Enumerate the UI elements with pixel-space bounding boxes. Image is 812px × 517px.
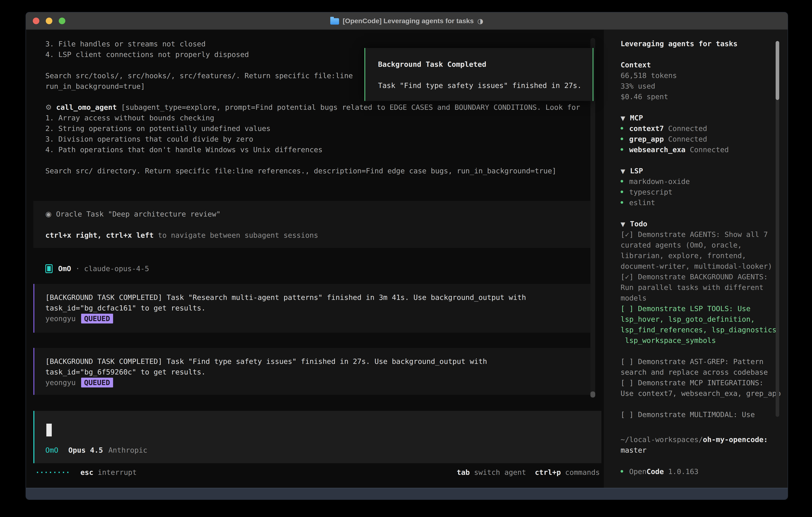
agent-call-text-line: 4. Path operations that don't handle Win… [46,144,580,155]
scrollback-text: 3. File handles or streams not closed4. … [46,38,353,91]
agent-call-text-line: 3. Division operations that could divide… [46,134,580,144]
mcp-server-status: Connected [664,135,707,143]
agent-call-block: ⚙ call_omo_agent [subagent_type=explore,… [46,102,580,176]
app-version-number: 1.0.163 [664,467,698,475]
task-message-meta: yeongyuQUEUED [46,313,592,324]
workspace-dir-prefix: ~/local-workspaces/ [620,435,703,444]
author: yeongyu [46,378,76,387]
input-model-name: Opus 4.5 [68,446,103,454]
lsp-item: typescript [620,187,778,197]
lsp-item: markdown-oxide [620,176,778,187]
toast-spacer [378,70,592,80]
oracle-task-card[interactable]: ◉Oracle Task "Deep architecture review" … [33,201,592,248]
lsp-section: ▼LSP markdown-oxidetypescripteslint [620,166,778,208]
agent-call-detail: 1. Array access without bounds checking2… [46,113,580,176]
terminal-text-line: run_in_background=true] [46,81,353,91]
status-bar-left: ········esc interrupt [35,467,137,478]
todo-gap [620,346,778,356]
task-message-line1: [BACKGROUND TASK COMPLETED] Task "Resear… [46,292,592,303]
model-selector-row[interactable]: OmOOpus 4.5Anthropic [46,445,147,456]
hint-text: to navigate between subagent sessions [154,231,318,239]
context-spent: $0.46 spent [620,91,778,102]
lsp-heading: LSP [630,167,643,175]
workspace-path: ~/local-workspaces/oh-my-opencode: maste… [620,434,778,456]
tool-args: [subagent_type=explore, prompt=Find pote… [117,103,580,111]
context-tokens: 66,518 tokens [620,70,778,81]
agent-call-text-line [46,155,580,166]
task-message-line2: task_id="bg_dcfac161" to get results. [46,303,592,313]
status-dot-icon [620,470,623,472]
todo-section-header[interactable]: ▼Todo [620,219,778,229]
task-message-line1: [BACKGROUND TASK COMPLETED] Task "Find t… [46,356,592,366]
mcp-server-status: Connected [686,145,729,154]
todo-item-line: [✓] Demonstrate BACKGROUND AGENTS: [620,272,778,282]
context-section: Context 66,518 tokens 33% used $0.46 spe… [620,60,778,102]
todo-item-line: Use context7, websearch_exa, grep_app [620,388,778,399]
status-badge: QUEUED [81,378,113,387]
background-task-message: [BACKGROUND TASK COMPLETED] Task "Resear… [33,284,592,333]
status-dot-icon [620,148,623,151]
text-cursor [46,424,52,436]
mcp-section-header[interactable]: ▼MCP [620,113,778,123]
todo-item-line: lsp_hover, lsp_goto_definition, [620,314,778,324]
todo-heading: Todo [630,220,647,228]
todo-item-line: [ ] Demonstrate MULTIMODAL: Use [620,409,778,420]
mcp-server-name: grep_app [629,135,664,143]
session-sidebar: Leveraging agents for tasks Context 66,5… [604,30,788,488]
minimize-window-button[interactable] [46,18,52,24]
todo-item-line: [ ] Demonstrate MCP INTEGRATIONS: [620,377,778,388]
hint-keys: ctrl+x right, ctrl+x left [46,231,154,239]
terminal-text-line: Search src/tools/, src/hooks/, src/featu… [46,71,353,81]
lsp-server-name: markdown-oxide [629,177,690,186]
oracle-spacer [46,219,592,230]
target-icon: ◉ [46,210,52,218]
todo-items: [✓] Demonstrate AGENTS: Show all 7curate… [620,229,778,420]
oracle-hint: ctrl+x right, ctrl+x left to navigate be… [46,230,592,241]
context-used: 33% used [620,81,778,91]
progress-circle-icon: ◑ [477,17,483,25]
status-dot-icon [620,127,623,130]
zoom-window-button[interactable] [59,18,65,24]
lsp-server-name: typescript [629,188,672,196]
opencode-terminal-window: [OpenCode] Leveraging agents for tasks ◑… [26,12,788,500]
window-title: [OpenCode] Leveraging agents for tasks ◑ [330,17,483,25]
chat-scrollbar-thumb[interactable] [590,391,595,398]
workspace-line: ~/local-workspaces/oh-my-opencode: [620,434,778,445]
window-title-text: [OpenCode] Leveraging agents for tasks [343,17,474,25]
status-badge: QUEUED [81,314,113,324]
window-titlebar[interactable]: [OpenCode] Leveraging agents for tasks ◑ [26,12,788,30]
prompt-input[interactable]: OmOOpus 4.5Anthropic [33,411,601,463]
mcp-item: context7 Connected [620,123,778,134]
agent-call-text-line: 2. String operations on potentially unde… [46,123,580,134]
todo-item-line: Run parallel tasks with different [620,282,778,293]
terminal-text-line [46,60,353,71]
terminal-text-line: 4. LSP client connections not properly d… [46,49,353,60]
mcp-heading: MCP [630,114,643,122]
todo-item-line: [ ] Demonstrate LSP TOOLS: Use [620,303,778,314]
lsp-item: eslint [620,197,778,208]
lsp-section-header[interactable]: ▼LSP [620,166,778,176]
window-footer-bar [26,488,788,499]
status-dot-icon [620,201,623,204]
chevron-down-icon: ▼ [620,221,625,228]
sidebar-scrollbar-track[interactable] [776,41,779,417]
status-bar-right: tab switch agentctrl+p commands [457,467,600,478]
context-heading: Context [620,60,778,70]
workspace-branch: master [620,445,778,456]
folder-icon [330,18,339,25]
lsp-items: markdown-oxidetypescripteslint [620,176,778,208]
task-message-meta: yeongyuQUEUED [46,377,592,388]
todo-item-line: lsp_workspace_symbols [620,335,778,346]
omo-agent-icon [46,264,53,273]
oracle-task-title: Oracle Task "Deep architecture review" [56,210,221,218]
sidebar-scrollbar-thumb[interactable] [776,41,779,100]
todo-item-line: [ ] Demonstrate AST-GREP: Pattern [620,356,778,367]
agent-name: OmO [58,265,71,273]
close-window-button[interactable] [33,18,39,24]
agent-call-text-line: Search src/ directory. Return specific f… [46,166,580,176]
tab-key-hint: tab [457,468,470,477]
terminal-content: 3. File handles or streams not closed4. … [26,30,788,488]
traffic-lights [33,12,65,29]
workspace-repo: oh-my-opencode: [703,435,768,444]
mcp-server-status: Connected [664,124,707,133]
